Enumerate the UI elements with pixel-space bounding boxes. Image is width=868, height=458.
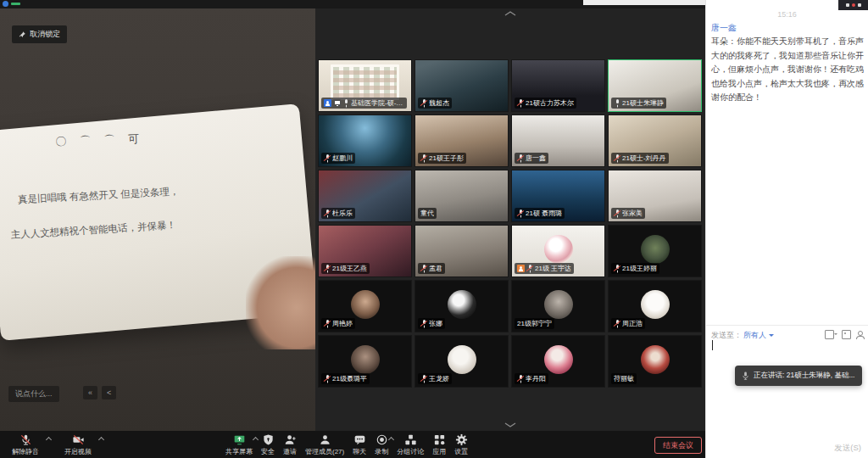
avatar	[351, 290, 380, 319]
participant-name: 21级王婷丽	[622, 264, 657, 273]
chat-panel: 15:16 唐一鑫 耳朵：你能不能天天别带耳机了，音乐声大的的我疼死了，我知道那…	[705, 0, 868, 458]
participant-name: 魏超杰	[429, 98, 449, 108]
name-tag: 魏超杰	[418, 98, 452, 109]
video-tile[interactable]: 21级聂璐平	[318, 335, 412, 388]
breakout-rooms-button[interactable]: 分组讨论	[393, 431, 427, 458]
video-tile[interactable]: 童代	[415, 170, 509, 222]
manage-members-button[interactable]: 管理成员(27)	[302, 431, 348, 458]
video-tile[interactable]: 王龙娇	[415, 335, 509, 388]
video-tile[interactable]: 21硕古力苏木尔	[511, 59, 605, 112]
video-tile[interactable]: 21硕 聂雨璐	[511, 170, 605, 222]
handwriting-line: 真是旧唱哦 有急然开又 但是没条理，	[18, 185, 180, 206]
video-tile[interactable]: 21级王乙燕	[318, 225, 412, 277]
video-tile[interactable]: 21级王婷丽	[608, 225, 702, 277]
share-screen-button[interactable]: 共享屏幕	[222, 431, 256, 458]
name-tag: 李丹阳	[515, 373, 548, 384]
status-icon	[11, 3, 20, 5]
chevron-left-button[interactable]: <	[102, 386, 116, 399]
participant-name: 21级郭宁宁	[517, 319, 552, 328]
record-button[interactable]: 录制	[371, 431, 392, 458]
meeting-window: 取消锁定 〇 ⌒ ⌒ 可 真是旧唱哦 有急然开又 但是没条理， 主人人文想精祝个…	[0, 0, 868, 458]
video-tile[interactable]: 杜乐乐	[318, 170, 412, 222]
mute-button[interactable]: 解除静音	[2, 431, 49, 458]
video-tile[interactable]: 赵鹏川	[318, 114, 412, 167]
scroll-up-arrow[interactable]	[504, 10, 517, 17]
chat-button[interactable]: 聊天	[349, 431, 370, 458]
members-icon	[319, 433, 331, 446]
start-video-button[interactable]: 开启视频	[54, 431, 102, 458]
mic-muted-icon	[526, 265, 533, 273]
pinned-video[interactable]: 取消锁定 〇 ⌒ ⌒ 可 真是旧唱哦 有急然开又 但是没条理， 主人人文想精祝个…	[0, 8, 315, 431]
security-button[interactable]: 安全	[258, 431, 278, 458]
mic-muted-icon	[517, 209, 524, 218]
video-tile[interactable]: 21硕王子彤	[415, 114, 509, 167]
video-tile[interactable]: 张家美	[608, 170, 702, 222]
video-tile[interactable]: 魏超杰	[415, 59, 509, 112]
video-tile[interactable]: 李丹阳	[511, 335, 605, 388]
chat-sender-name: 唐一鑫	[711, 22, 737, 34]
participant-name: 21硕古力苏木尔	[526, 98, 574, 108]
mic-muted-icon	[324, 209, 331, 218]
invite-button[interactable]: 邀请	[280, 431, 300, 458]
name-tag: 赵鹏川	[321, 153, 355, 164]
participant-name: 21级聂璐平	[332, 374, 367, 383]
video-tile[interactable]: 21级郭宁宁	[511, 280, 605, 332]
video-tile[interactable]: 21级 王宇达	[511, 225, 605, 277]
participant-name: 21硕王子彤	[429, 154, 464, 163]
video-tile[interactable]: 孟君	[415, 225, 509, 277]
video-tile[interactable]: 基础医学院-硕-赵都的屏...	[318, 59, 412, 112]
avatar	[448, 290, 476, 319]
video-tile[interactable]: 周艳婷	[318, 280, 412, 332]
video-tile[interactable]: 张娜	[415, 280, 509, 332]
participant-name: 周艳婷	[332, 319, 353, 328]
unpin-button[interactable]: 取消锁定	[12, 25, 67, 43]
avatar	[544, 235, 573, 264]
quick-chat-input[interactable]: 说点什么...	[8, 386, 59, 402]
collapse-button[interactable]: «	[83, 386, 97, 399]
name-tag: 周正浩	[611, 318, 645, 329]
mic-muted-icon	[614, 209, 620, 218]
video-tile-speaking[interactable]: 21硕士朱琳静	[608, 59, 702, 112]
handwriting-doodle: 〇 ⌒ ⌒ 可	[55, 131, 144, 150]
video-tile[interactable]: 唐一鑫	[511, 114, 605, 167]
participant-name: 杜乐乐	[332, 209, 353, 218]
name-tag: 张家美	[611, 208, 645, 219]
name-tag: 苻丽敏	[611, 373, 637, 384]
chat-timestamp: 15:16	[706, 10, 868, 19]
participant-name: 21硕 聂雨璐	[526, 209, 562, 218]
settings-button[interactable]: 设置	[451, 431, 471, 458]
chevron-up-icon[interactable]	[98, 437, 104, 443]
video-tile[interactable]: 周正浩	[608, 280, 702, 332]
apps-grid-icon	[433, 433, 446, 446]
avatar	[544, 290, 573, 319]
window-icon	[858, 3, 861, 7]
mic-muted-icon	[420, 154, 427, 163]
apps-button[interactable]: 应用	[429, 431, 449, 458]
bottom-toolbar: 解除静音 开启视频 共享屏幕 安全 邀请	[0, 431, 705, 458]
participant-name: 21级王乙燕	[332, 264, 367, 273]
video-tile[interactable]: 21硕士-刘丹丹	[608, 114, 702, 167]
member-badge-icon	[324, 99, 331, 107]
chat-label: 聊天	[353, 447, 366, 456]
send-button[interactable]: 发送(S)	[834, 443, 861, 454]
name-tag: 21硕 聂雨璐	[515, 208, 565, 219]
avatar	[544, 345, 573, 374]
end-meeting-button[interactable]: 结束会议	[654, 437, 702, 454]
name-tag: 21级王乙燕	[321, 263, 370, 274]
screen-share-icon	[233, 433, 246, 446]
participant-name: 唐一鑫	[526, 154, 546, 163]
avatar	[641, 345, 670, 374]
participant-name: 王龙娇	[429, 374, 449, 383]
hand-holding-paper	[246, 256, 315, 349]
participant-name: 21硕士朱琳静	[622, 98, 664, 108]
name-tag: 唐一鑫	[515, 153, 548, 164]
scroll-down-arrow[interactable]	[504, 422, 517, 428]
mic-muted-icon	[614, 154, 620, 163]
chevron-up-icon[interactable]	[46, 437, 52, 443]
mic-on-icon	[614, 99, 620, 108]
top-toolbar-fragment	[583, 0, 710, 5]
hand-raised-badge-icon	[517, 265, 525, 272]
pin-icon	[19, 31, 26, 38]
video-tile[interactable]: 苻丽敏	[608, 335, 702, 388]
name-tag: 孟君	[418, 263, 445, 274]
